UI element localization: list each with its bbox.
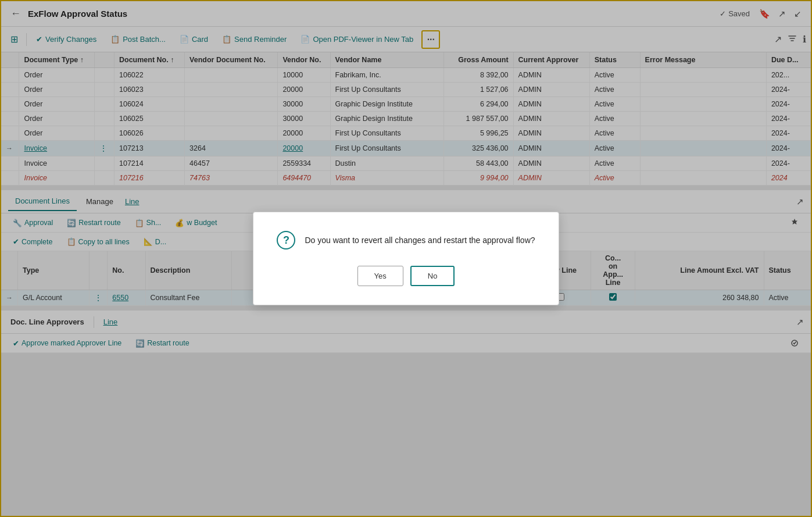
dialog-message: Do you want to revert all changes and re… [305,236,535,245]
dialog-buttons: Yes No [357,266,455,286]
dialog-box: ? Do you want to revert all changes and … [253,212,559,305]
dialog-message-row: ? Do you want to revert all changes and … [277,231,535,249]
dialog-question-icon: ? [277,231,295,249]
dialog-yes-button[interactable]: Yes [357,266,403,286]
dialog-overlay: ? Do you want to revert all changes and … [0,0,812,517]
dialog-no-button[interactable]: No [410,266,455,286]
